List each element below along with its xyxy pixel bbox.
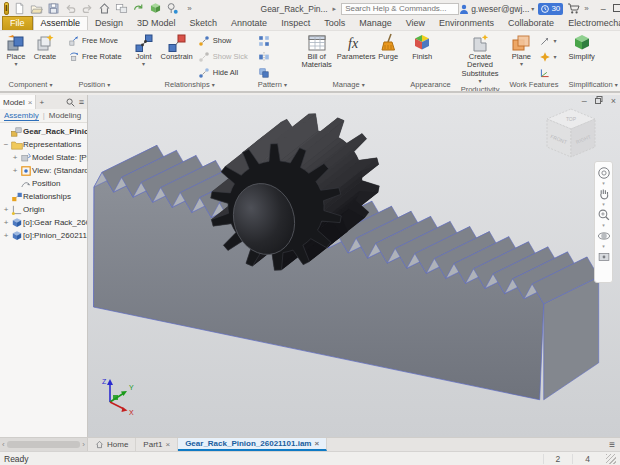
- maximize-button[interactable]: [613, 4, 620, 14]
- scrollbar-thumb[interactable]: [7, 441, 81, 448]
- tab-list-menu-icon[interactable]: ≡: [609, 439, 615, 450]
- bill-of-materials-button[interactable]: Bill of Materials: [295, 32, 338, 71]
- browser-subtab-modeling[interactable]: Modeling: [49, 111, 81, 120]
- expand-icon[interactable]: +: [11, 166, 19, 175]
- parameters-button[interactable]: fx Parameters: [339, 32, 373, 62]
- tree-node[interactable]: + Origin: [0, 203, 87, 216]
- ribbon-group-label[interactable]: Component ▾: [2, 80, 59, 91]
- 3d-viewport[interactable]: – × TOP FRONT RIGHT ▾▾▾▾ Z Y X: [88, 95, 620, 437]
- ribbon-group-label[interactable]: Manage ▾: [295, 80, 402, 91]
- minimize-button[interactable]: –: [601, 4, 606, 14]
- tree-node[interactable]: Relationships: [0, 190, 87, 203]
- expand-icon[interactable]: +: [2, 218, 10, 227]
- pan-button[interactable]: [596, 186, 611, 201]
- toolbar-overflow-icon[interactable]: »: [584, 4, 588, 13]
- home-button[interactable]: [98, 2, 112, 16]
- tree-node[interactable]: + [o]:Pinion_26021101:1: [0, 229, 87, 242]
- ribbon-tab-electromechanical[interactable]: Electromechanical: [561, 17, 620, 30]
- doc-tab-home[interactable]: Home: [88, 438, 136, 451]
- ribbon-group-label[interactable]: Position ▾: [65, 80, 124, 91]
- browser-tab-model[interactable]: Model ×: [0, 95, 36, 109]
- user-account[interactable]: g.weser@gwj... ▾: [459, 4, 534, 14]
- tab-close-icon[interactable]: ×: [314, 439, 319, 448]
- zoom-button[interactable]: [596, 207, 611, 222]
- browser-horizontal-scrollbar[interactable]: ‹ ›: [0, 438, 88, 451]
- resize-grip[interactable]: [606, 454, 616, 464]
- ribbon-tab-file[interactable]: File: [2, 16, 33, 30]
- ribbon-tab-manage[interactable]: Manage: [352, 17, 399, 30]
- free-move-button[interactable]: Free Move: [65, 33, 124, 48]
- browser-subtab-assembly[interactable]: Assembly: [4, 111, 39, 121]
- doc-minimize-button[interactable]: –: [582, 96, 587, 106]
- tree-node[interactable]: + View: (Standard): [0, 164, 87, 177]
- cart-icon[interactable]: [567, 3, 580, 14]
- ucs-button[interactable]: [536, 65, 558, 80]
- tab-close-icon[interactable]: ×: [165, 440, 170, 449]
- browser-menu-icon[interactable]: ≡: [79, 98, 84, 107]
- ribbon-tab-view[interactable]: View: [399, 17, 432, 30]
- expand-icon[interactable]: +: [2, 231, 10, 240]
- save-button[interactable]: [47, 2, 61, 16]
- show-button[interactable]: Show: [196, 33, 250, 48]
- new-file-button[interactable]: [13, 2, 27, 16]
- trial-clock-badge[interactable]: 30: [538, 3, 563, 15]
- browser-add-tab-button[interactable]: +: [36, 98, 47, 107]
- expand-icon[interactable]: +: [2, 205, 10, 214]
- doc-tab-gear-rack-pinion-26021101-iam[interactable]: Gear_Rack_Pinion_26021101.iam×: [178, 438, 327, 451]
- search-input[interactable]: [341, 3, 459, 15]
- measure-button[interactable]: [166, 2, 180, 16]
- view-cube[interactable]: TOP FRONT RIGHT: [540, 105, 602, 163]
- ribbon-tab-environments[interactable]: Environments: [432, 17, 501, 30]
- tree-node[interactable]: Gear_Rack_Pinion_26021101: [0, 125, 87, 138]
- ribbon-tab-assemble[interactable]: Assemble: [33, 16, 89, 30]
- ribbon-group-label[interactable]: Relationships ▾: [130, 80, 250, 91]
- purge-button[interactable]: Purge: [374, 32, 402, 62]
- create-button[interactable]: Create: [31, 32, 59, 62]
- browser-tab-close-icon[interactable]: ×: [28, 98, 33, 107]
- ribbon-group-label[interactable]: Pattern ▾: [256, 80, 289, 91]
- inventor-logo-icon[interactable]: I: [4, 2, 9, 15]
- ribbon-tab-tools[interactable]: Tools: [317, 17, 352, 30]
- more-button[interactable]: »: [183, 2, 197, 16]
- ribbon-tab-collaborate[interactable]: Collaborate: [501, 17, 561, 30]
- place-button[interactable]: Place▾: [2, 32, 30, 68]
- ribbon-tab-design[interactable]: Design: [88, 17, 130, 30]
- finish-button[interactable]: Finish: [408, 32, 436, 62]
- ribbon-group-label[interactable]: Simplification ▾: [566, 80, 619, 91]
- plane-button[interactable]: Plane▾: [507, 32, 535, 68]
- expand-icon[interactable]: +: [11, 153, 19, 162]
- ribbon-tab-inspect[interactable]: Inspect: [274, 17, 317, 30]
- doc-tab-part1[interactable]: Part1×: [136, 438, 178, 451]
- undo-button[interactable]: [64, 2, 78, 16]
- free-rotate-button[interactable]: Free Rotate: [65, 49, 124, 64]
- mirror-button[interactable]: [256, 49, 273, 64]
- update-button[interactable]: [132, 2, 146, 16]
- scroll-left-icon[interactable]: ‹: [2, 440, 5, 449]
- tree-node[interactable]: + [o]:Gear Rack_26021101: [0, 216, 87, 229]
- open-button[interactable]: [30, 2, 44, 16]
- constrain-button[interactable]: Constrain: [159, 32, 195, 62]
- copy-button[interactable]: [256, 65, 273, 80]
- tree-node[interactable]: Position: [0, 177, 87, 190]
- tree-node[interactable]: − Representations: [0, 138, 87, 151]
- redo-button[interactable]: [81, 2, 95, 16]
- scroll-right-icon[interactable]: ›: [82, 440, 85, 449]
- ribbon-tab-sketch[interactable]: Sketch: [183, 17, 225, 30]
- tree-node[interactable]: + Model State: [Primary]: [0, 151, 87, 164]
- point-button[interactable]: ▾: [536, 49, 558, 64]
- ribbon-tab-3d-model[interactable]: 3D Model: [130, 17, 183, 30]
- look-at-button[interactable]: [596, 249, 611, 264]
- collapse-icon[interactable]: −: [2, 140, 10, 149]
- title-expand-arrow[interactable]: ▸: [333, 5, 337, 13]
- doc-close-button[interactable]: ×: [611, 96, 616, 106]
- hide-all-button[interactable]: Hide All: [196, 65, 250, 80]
- pattern-button[interactable]: [256, 33, 273, 48]
- navigation-wheel-button[interactable]: [596, 165, 611, 180]
- ribbon-tab-annotate[interactable]: Annotate: [224, 17, 274, 30]
- create-derived-substitutes-button[interactable]: Create Derived Substitutes▾: [459, 32, 502, 85]
- search-icon[interactable]: [66, 98, 75, 107]
- doc-restore-button[interactable]: [595, 96, 603, 106]
- orbit-button[interactable]: [596, 228, 611, 243]
- appearance-button[interactable]: [149, 2, 163, 16]
- iproperties-button[interactable]: [115, 2, 129, 16]
